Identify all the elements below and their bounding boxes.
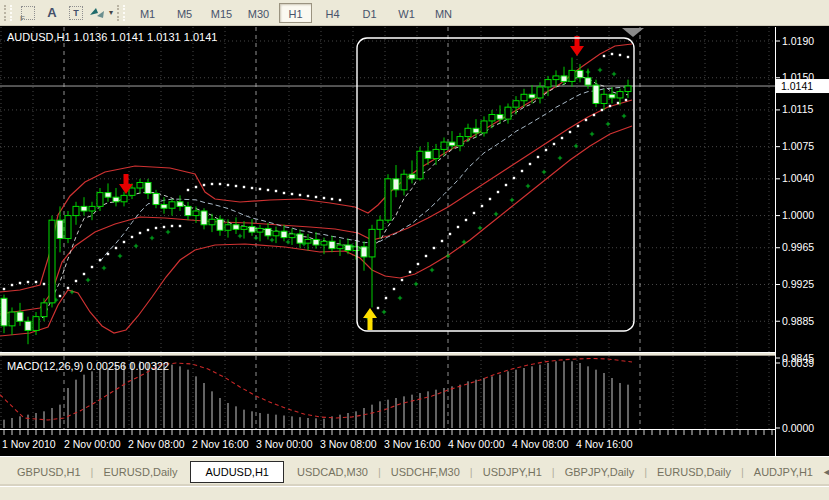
tab-eurusd-daily[interactable]: EURUSD,Daily — [94, 464, 186, 480]
f-grid-icon[interactable]: F — [16, 3, 40, 23]
toolbar-grip2-icon[interactable] — [117, 5, 125, 21]
timeframe-button-m30[interactable]: M30 — [242, 3, 275, 23]
tab-scroll-buttons: ◄ ► — [822, 467, 829, 477]
text-label-glyph: T — [73, 8, 79, 18]
svg-text:2 Nov 16:00: 2 Nov 16:00 — [192, 438, 249, 450]
timeframe-buttons: M1M5M15M30H1H4D1W1MN — [129, 3, 462, 23]
svg-text:1.0075: 1.0075 — [782, 140, 814, 152]
status-bar — [0, 486, 829, 500]
toolbar: F A T ▾ M1M5M15M30H1H4D1W1MN — [0, 0, 829, 26]
svg-text:0.0039: 0.0039 — [782, 357, 814, 369]
dropdown-caret-icon: ▾ — [109, 8, 113, 17]
text-label-icon-box: T — [69, 6, 83, 20]
svg-text:2 Nov 08:00: 2 Nov 08:00 — [128, 438, 185, 450]
timeframe-button-d1[interactable]: D1 — [353, 3, 386, 23]
tab-eurusd-daily[interactable]: EURUSD,Daily — [648, 464, 740, 480]
current-price-value: 1.0141 — [781, 80, 813, 92]
svg-text:0.9965: 0.9965 — [782, 241, 814, 253]
svg-text:3 Nov 16:00: 3 Nov 16:00 — [384, 438, 441, 450]
insert-text-glyph: A — [47, 5, 56, 20]
svg-text:1.0040: 1.0040 — [782, 172, 814, 184]
arrow-objects-glyph — [88, 6, 108, 20]
tab-audjpy-h1[interactable]: AUDJPY,H1 — [745, 464, 822, 480]
text-label-icon[interactable]: T — [64, 3, 88, 23]
svg-text:1.0190: 1.0190 — [782, 35, 814, 47]
svg-text:0.0000: 0.0000 — [782, 422, 814, 434]
svg-text:4 Nov 08:00: 4 Nov 08:00 — [512, 438, 569, 450]
tab-gbpusd-h1[interactable]: GBPUSD,H1 — [8, 464, 90, 480]
f-grid-icon-glyph: F — [20, 14, 25, 23]
timeframe-button-m15[interactable]: M15 — [205, 3, 238, 23]
svg-text:1.0115: 1.0115 — [782, 103, 813, 115]
tab-gbpjpy-daily[interactable]: GBPJPY,Daily — [556, 464, 644, 480]
timeframe-button-m5[interactable]: M5 — [168, 3, 201, 23]
tab-usdchf-m30[interactable]: USDCHF,M30 — [382, 464, 469, 480]
svg-text:1 Nov 2010: 1 Nov 2010 — [2, 438, 56, 450]
svg-text:0.9925: 0.9925 — [782, 278, 814, 290]
svg-text:4 Nov 00:00: 4 Nov 00:00 — [448, 438, 505, 450]
chart-tabs: GBPUSD,H1|EURUSD,DailyAUDUSD,H1USDCAD,M3… — [8, 461, 822, 483]
mt4-window: { "toolbar": { "icons": [ {"name": "f-gr… — [0, 0, 829, 500]
toolbar-grip-icon[interactable] — [4, 5, 12, 21]
timeframe-button-h4[interactable]: H4 — [316, 3, 349, 23]
timeframe-button-mn[interactable]: MN — [427, 3, 460, 23]
chart-title: AUDUSD,H1 1.0136 1.0141 1.0131 1.0141 — [7, 31, 217, 43]
arrow-objects-icon[interactable]: ▾ — [88, 3, 113, 23]
timeframe-button-m1[interactable]: M1 — [131, 3, 164, 23]
svg-text:2 Nov 00:00: 2 Nov 00:00 — [64, 438, 121, 450]
svg-text:0.9885: 0.9885 — [782, 315, 814, 327]
svg-text:3 Nov 08:00: 3 Nov 08:00 — [320, 438, 377, 450]
macd-indicator-label: MACD(12,26,9) 0.00256 0.00322 — [7, 360, 169, 372]
insert-text-icon[interactable]: A — [40, 3, 64, 23]
f-grid-icon-box: F — [21, 6, 35, 20]
timeframe-button-h1[interactable]: H1 — [279, 3, 312, 23]
chart-tabbar: GBPUSD,H1|EURUSD,DailyAUDUSD,H1USDCAD,M3… — [0, 456, 829, 486]
svg-text:4 Nov 16:00: 4 Nov 16:00 — [576, 438, 633, 450]
chart-area[interactable]: 1 Nov 20102 Nov 00:002 Nov 08:002 Nov 16… — [0, 0, 829, 456]
tab-usdcad-m30[interactable]: USDCAD,M30 — [288, 464, 377, 480]
svg-text:1.0000: 1.0000 — [782, 209, 814, 221]
tab-scroll-left-icon[interactable]: ◄ — [822, 467, 829, 477]
tab-usdjpy-h1[interactable]: USDJPY,H1 — [474, 464, 551, 480]
svg-text:3 Nov 00:00: 3 Nov 00:00 — [256, 438, 313, 450]
tab-audusd-h1[interactable]: AUDUSD,H1 — [190, 461, 284, 483]
timeframe-button-w1[interactable]: W1 — [390, 3, 423, 23]
